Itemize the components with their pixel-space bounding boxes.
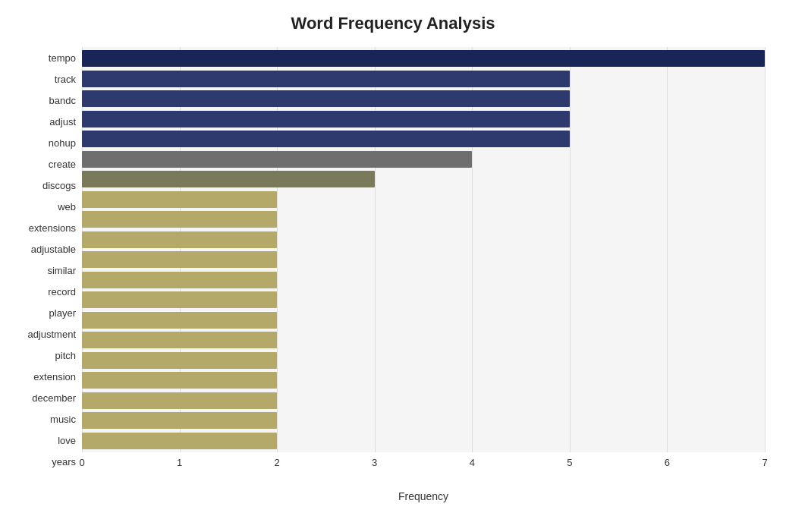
bar-row <box>82 270 765 291</box>
bar-row <box>82 230 765 250</box>
y-label: discogs <box>42 175 76 196</box>
y-label: tempo <box>49 47 76 68</box>
y-label: record <box>48 281 76 302</box>
bar-row <box>82 49 765 69</box>
bar <box>82 191 277 208</box>
bar-row <box>82 290 765 310</box>
y-label: nohup <box>49 132 76 153</box>
bar-row <box>82 411 765 431</box>
bar-row <box>82 250 765 270</box>
bar <box>82 251 277 268</box>
y-label: adjust <box>49 111 76 132</box>
bar <box>82 372 277 389</box>
bar-row <box>82 150 765 170</box>
y-label: pitch <box>55 345 76 366</box>
bar <box>82 352 277 369</box>
grid-line <box>765 47 766 452</box>
bar <box>82 50 765 67</box>
y-axis: tempotrackbandcadjustnohupcreatediscogsw… <box>21 47 82 502</box>
y-label: extension <box>33 366 76 387</box>
x-tick: 4 <box>470 457 475 468</box>
y-label: create <box>49 153 76 175</box>
x-tick: 1 <box>177 457 182 468</box>
y-label: love <box>58 430 76 451</box>
bar-row <box>82 351 765 371</box>
bar <box>82 312 277 329</box>
chart-container: Word Frequency Analysis tempotrackbandca… <box>0 0 786 532</box>
y-label: extensions <box>29 217 76 238</box>
bar <box>82 332 277 348</box>
bar-row <box>82 89 765 109</box>
x-tick: 2 <box>275 457 280 468</box>
y-label: bandc <box>49 90 76 111</box>
bar-row <box>82 109 765 130</box>
grid-and-bars <box>82 47 765 452</box>
bar-row <box>82 169 765 190</box>
bar-row <box>82 129 765 150</box>
bar <box>82 291 277 308</box>
y-label: player <box>49 302 76 323</box>
plot-area: 01234567 Frequency <box>82 47 765 502</box>
y-label: track <box>55 68 76 90</box>
bar-row <box>82 310 765 331</box>
y-label: december <box>32 387 76 408</box>
x-tick: 0 <box>79 457 84 468</box>
y-label: web <box>58 196 76 217</box>
bars-container <box>82 47 765 452</box>
bar-row <box>82 431 765 452</box>
bar <box>82 131 570 147</box>
bar-row <box>82 190 765 210</box>
bar <box>82 433 277 449</box>
y-label: similar <box>47 260 76 281</box>
bar <box>82 71 570 87</box>
bar <box>82 151 472 168</box>
y-label: music <box>50 408 76 430</box>
y-label: adjustment <box>27 323 76 345</box>
bar <box>82 272 277 288</box>
bar <box>82 111 570 127</box>
bar <box>82 412 277 429</box>
bar-row <box>82 370 765 391</box>
x-tick: 3 <box>372 457 377 468</box>
bar-row <box>82 391 765 411</box>
bar <box>82 392 277 409</box>
y-label: adjustable <box>31 238 76 260</box>
x-tick: 5 <box>567 457 572 468</box>
bar-row <box>82 330 765 351</box>
bar <box>82 171 375 187</box>
x-axis: 01234567 <box>82 457 765 474</box>
x-tick: 7 <box>762 457 767 468</box>
bar-row <box>82 69 765 90</box>
bar <box>82 211 277 228</box>
x-axis-wrapper: 01234567 Frequency <box>82 452 765 502</box>
x-axis-label: Frequency <box>82 490 765 502</box>
chart-title: Word Frequency Analysis <box>291 14 495 33</box>
bar <box>82 231 277 248</box>
bar <box>82 90 570 107</box>
chart-area: tempotrackbandcadjustnohupcreatediscogsw… <box>21 47 765 502</box>
bar-row <box>82 209 765 230</box>
x-tick: 6 <box>665 457 670 468</box>
y-label: years <box>52 451 76 472</box>
